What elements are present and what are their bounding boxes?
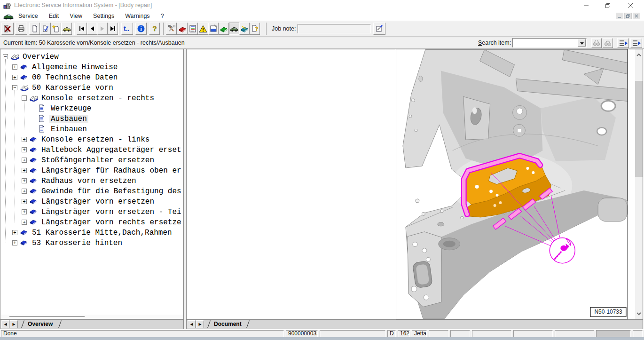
tree-expander[interactable] xyxy=(22,220,27,225)
drill-bit-callout xyxy=(550,238,575,263)
search-item-input[interactable] xyxy=(513,39,577,47)
menu-item[interactable]: Edit xyxy=(47,13,62,19)
tree-item[interactable]: 53 Karosserie hinten xyxy=(0,238,183,248)
tree-item-icon xyxy=(39,104,48,112)
tree-item[interactable]: Allgemeine Hinweise xyxy=(0,62,183,72)
edit-note-button[interactable] xyxy=(373,23,385,35)
last-item-button[interactable] xyxy=(108,23,118,35)
title-bar: Electronic Service Information System - … xyxy=(0,0,644,11)
tree-expander[interactable] xyxy=(22,189,27,194)
info-button[interactable]: i xyxy=(135,23,147,35)
tree-item[interactable]: Ausbauen xyxy=(0,114,183,124)
tree-item[interactable]: Haltebock Aggregateträger erset xyxy=(0,145,183,155)
tree-expander[interactable] xyxy=(12,240,17,245)
tree-expander[interactable] xyxy=(22,95,27,101)
tree-expander[interactable] xyxy=(12,85,17,90)
new-document-button[interactable] xyxy=(29,23,40,35)
menu-item[interactable]: Service xyxy=(16,13,40,19)
tree-expander[interactable] xyxy=(12,64,17,70)
tree-item[interactable]: Gewinde für die Befestigung des xyxy=(0,186,183,197)
mdi-minimize-button[interactable] xyxy=(616,13,623,19)
vehicle-data-button[interactable] xyxy=(229,23,239,35)
exit-button[interactable] xyxy=(1,23,14,35)
menu-item[interactable]: Settings xyxy=(91,13,117,19)
tree-horizontal-scrollbar[interactable] xyxy=(1,315,183,318)
edit-book-button[interactable] xyxy=(239,23,250,35)
tree-expander[interactable] xyxy=(3,54,8,59)
component-list-button[interactable] xyxy=(188,23,198,35)
first-item-button[interactable] xyxy=(77,23,87,35)
menu-item[interactable]: Warnings xyxy=(123,13,152,19)
tab-scroll-left-button[interactable] xyxy=(188,320,196,328)
tree-item-icon xyxy=(20,84,30,91)
mdi-restore-button[interactable] xyxy=(624,13,632,19)
tree-item[interactable]: Stoßfängerhalter ersetzen xyxy=(0,155,183,166)
next-item-button[interactable] xyxy=(97,23,108,35)
tree-item[interactable]: Konsole ersetzen - rechts xyxy=(0,93,183,103)
menu-item[interactable]: View xyxy=(67,13,85,19)
repair-manual-button[interactable] xyxy=(177,23,188,35)
tree-expander[interactable] xyxy=(22,209,27,214)
tree-expander[interactable] xyxy=(12,75,17,80)
tree-expander[interactable] xyxy=(22,199,27,204)
help-button[interactable]: ? xyxy=(149,23,160,35)
warnings-button[interactable] xyxy=(198,23,208,35)
document-help-button[interactable]: ? xyxy=(250,23,260,35)
tree-expander[interactable] xyxy=(22,158,27,163)
print-button[interactable] xyxy=(15,23,27,35)
tree-expander[interactable] xyxy=(22,178,27,183)
search-forward-button[interactable] xyxy=(591,38,602,48)
vehicle-button[interactable] xyxy=(61,23,72,35)
tab-overview[interactable]: Overview xyxy=(28,321,53,327)
tab-document[interactable]: Document xyxy=(214,321,242,327)
scroll-down-icon[interactable] xyxy=(636,311,642,316)
tree-expander[interactable] xyxy=(22,147,27,152)
tree-item[interactable]: 51 Karosserie Mitte,Dach,Rahmen xyxy=(0,228,183,238)
tree-expander[interactable] xyxy=(22,137,27,142)
tree-expander[interactable] xyxy=(12,230,17,235)
tree-item[interactable]: 00 Technische Daten xyxy=(0,72,183,83)
document-pane: N50-10733 xyxy=(186,49,643,320)
closed-book-icon xyxy=(29,177,37,184)
tab-scroll-right-button[interactable] xyxy=(10,320,18,328)
collapse-tree-button[interactable] xyxy=(617,38,629,48)
tree-item[interactable]: Werkzeuge xyxy=(0,103,183,114)
job-note-input[interactable] xyxy=(298,24,371,33)
minimize-button[interactable] xyxy=(575,0,597,11)
edit-document-button[interactable] xyxy=(40,23,51,35)
tree-item[interactable]: Konsole ersetzen - links xyxy=(0,134,183,145)
tree-item[interactable]: Längsträger vorn rechts ersetze xyxy=(0,217,183,228)
document-scrollbar-thumb[interactable] xyxy=(635,81,643,177)
scroll-up-icon[interactable] xyxy=(636,52,642,58)
close-button[interactable] xyxy=(620,0,641,11)
tree-item[interactable]: 50 Karosserie vorn xyxy=(0,83,183,93)
tab-scroll-right-button[interactable] xyxy=(196,320,204,328)
tree-item[interactable]: Längsträger vorn ersetzen - Tei xyxy=(0,207,183,217)
tree-item-icon xyxy=(39,115,48,122)
tab-scroll-left-button[interactable] xyxy=(1,320,9,328)
previous-item-button[interactable] xyxy=(87,23,97,35)
search-backward-button[interactable] xyxy=(603,38,613,48)
transaction-button[interactable]: t.. xyxy=(121,23,133,35)
tools-button[interactable] xyxy=(166,23,177,35)
mdi-close-button[interactable] xyxy=(633,13,640,19)
tree-item-icon xyxy=(29,136,39,143)
tree-item[interactable]: Längsträger für Radhaus oben er xyxy=(0,166,183,176)
new-page-icon xyxy=(52,24,60,33)
fill-button[interactable] xyxy=(208,23,219,35)
tree-item[interactable]: Radhaus vorn ersetzen xyxy=(0,176,183,186)
tree-item[interactable]: Einbauen xyxy=(0,124,183,134)
service-book-button[interactable] xyxy=(219,23,229,35)
tree-item[interactable]: Overview xyxy=(0,52,183,62)
tree-horizontal-scrollbar-thumb[interactable] xyxy=(9,316,85,317)
expand-tree-button[interactable] xyxy=(630,38,642,48)
tree-item-icon xyxy=(20,229,30,237)
tree-item[interactable]: Längsträger vorn ersetzen xyxy=(0,197,183,207)
search-item-combobox[interactable] xyxy=(512,38,587,47)
menu-item[interactable]: ? xyxy=(158,13,166,19)
restore-button[interactable] xyxy=(597,0,619,11)
tree-expander[interactable] xyxy=(22,168,27,173)
combo-dropdown-button[interactable] xyxy=(578,39,586,47)
document-vertical-scrollbar[interactable] xyxy=(635,49,643,319)
new-page-button[interactable] xyxy=(51,23,61,35)
